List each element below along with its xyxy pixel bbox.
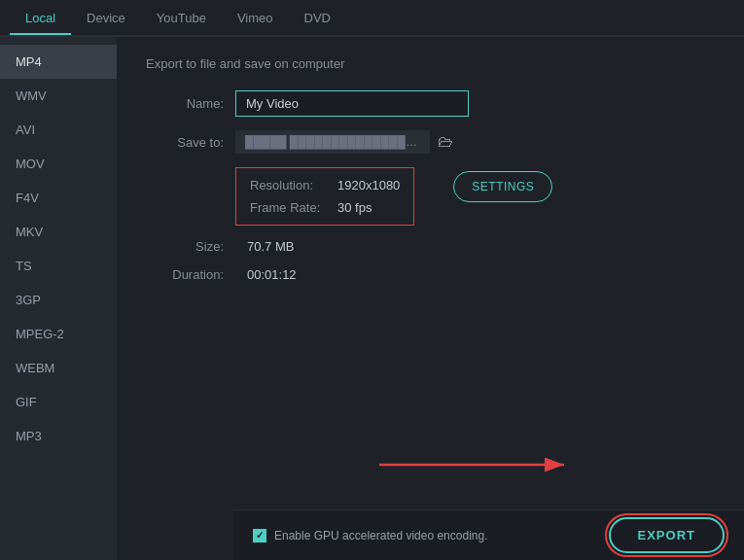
sidebar-item-mpeg2[interactable]: MPEG-2	[0, 317, 117, 351]
main-layout: MP4 WMV AVI MOV F4V MKV TS 3GP MPEG-2 WE…	[0, 37, 744, 560]
save-to-label: Save to:	[146, 135, 224, 150]
sidebar-item-ts[interactable]: TS	[0, 249, 117, 283]
sidebar-item-gif[interactable]: GIF	[0, 385, 117, 419]
settings-button[interactable]: SETTINGS	[453, 171, 552, 202]
save-to-value: █████ ████████████████	[235, 130, 430, 154]
frame-rate-value: 30 fps	[337, 200, 372, 215]
duration-row: Duration: 00:01:12	[146, 267, 715, 282]
resolution-row: Resolution: 1920x1080	[250, 178, 400, 192]
top-navigation: Local Device YouTube Vimeo DVD	[0, 0, 744, 37]
tab-local[interactable]: Local	[10, 3, 71, 33]
tab-dvd[interactable]: DVD	[289, 3, 346, 33]
bottom-bar: Enable GPU accelerated video encoding. E…	[233, 509, 744, 560]
tab-device[interactable]: Device	[71, 3, 141, 33]
save-to-row: Save to: █████ ████████████████ 🗁	[146, 130, 715, 154]
export-button[interactable]: EXPORT	[609, 517, 725, 553]
duration-label: Duration:	[146, 267, 224, 282]
size-label: Size:	[146, 239, 224, 254]
sidebar-item-f4v[interactable]: F4V	[0, 181, 117, 215]
tab-youtube[interactable]: YouTube	[141, 3, 222, 33]
sidebar-item-avi[interactable]: AVI	[0, 113, 117, 147]
settings-info-box: Resolution: 1920x1080 Frame Rate: 30 fps	[235, 167, 414, 226]
format-sidebar: MP4 WMV AVI MOV F4V MKV TS 3GP MPEG-2 WE…	[0, 37, 117, 560]
gpu-encoding-area: Enable GPU accelerated video encoding.	[253, 529, 487, 542]
folder-icon[interactable]: 🗁	[438, 133, 453, 151]
name-input[interactable]	[235, 90, 469, 117]
frame-rate-row: Frame Rate: 30 fps	[250, 200, 400, 215]
sidebar-item-mp3[interactable]: MP3	[0, 419, 117, 453]
gpu-checkbox[interactable]	[253, 529, 266, 542]
sidebar-item-webm[interactable]: WEBM	[0, 351, 117, 385]
frame-rate-label: Frame Rate:	[250, 200, 337, 215]
name-row: Name:	[146, 90, 715, 117]
export-button-wrapper: EXPORT	[609, 517, 725, 553]
tab-vimeo[interactable]: Vimeo	[222, 3, 289, 33]
settings-block: Resolution: 1920x1080 Frame Rate: 30 fps…	[146, 167, 715, 226]
name-label: Name:	[146, 96, 224, 111]
export-content: Export to file and save on computer Name…	[117, 37, 744, 560]
resolution-label: Resolution:	[250, 178, 337, 192]
arrow-annotation	[379, 445, 593, 494]
size-value: 70.7 MB	[247, 239, 294, 254]
sidebar-item-3gp[interactable]: 3GP	[0, 283, 117, 317]
sidebar-item-mkv[interactable]: MKV	[0, 215, 117, 249]
section-title: Export to file and save on computer	[146, 56, 715, 71]
resolution-value: 1920x1080	[337, 178, 400, 192]
gpu-encoding-label: Enable GPU accelerated video encoding.	[274, 529, 487, 542]
sidebar-item-wmv[interactable]: WMV	[0, 79, 117, 113]
sidebar-item-mov[interactable]: MOV	[0, 147, 117, 181]
duration-value: 00:01:12	[247, 267, 297, 282]
size-row: Size: 70.7 MB	[146, 239, 715, 254]
sidebar-item-mp4[interactable]: MP4	[0, 45, 117, 79]
